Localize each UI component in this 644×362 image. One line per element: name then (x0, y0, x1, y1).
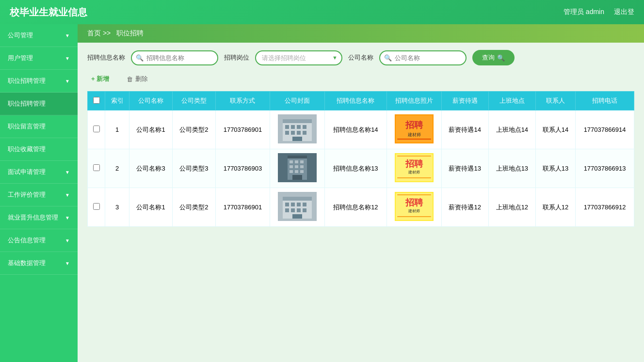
row-checkbox[interactable] (93, 126, 100, 132)
search-icon: 🔍 (136, 54, 144, 62)
sidebar-item-job-recruit-manage2[interactable]: 职位招聘管理 (0, 93, 78, 115)
delete-button[interactable]: 🗑 删除 (123, 73, 152, 85)
sidebar-item-job-recruit-manage[interactable]: 职位招聘管理 ▼ (0, 70, 78, 93)
row-contact: 17703786901 (215, 188, 270, 227)
svg-rect-42 (303, 203, 306, 206)
row-company-cover (270, 110, 325, 149)
row-recruit-name: 招聘信息名称12 (325, 188, 386, 227)
table-wrap: 索引 公司名称 公司类型 联系方式 公司封面 招聘信息名称 招聘信息照片 薪资待… (87, 91, 634, 227)
sidebar-item-company-manage[interactable]: 公司管理 ▼ (0, 24, 78, 47)
trash-icon: 🗑 (127, 76, 133, 83)
row-checkbox-cell (88, 149, 105, 188)
svg-rect-43 (285, 208, 289, 212)
col-company-cover: 公司封面 (270, 92, 325, 110)
svg-rect-10 (303, 131, 306, 135)
row-location: 上班地点12 (488, 188, 535, 227)
sidebar-item-job-留言-manage[interactable]: 职位留言管理 (0, 115, 78, 138)
table-row: 3 公司名称1 公司类型2 17703786901 招聘信息名称12 招聘 建材… (88, 188, 634, 227)
svg-rect-26 (290, 170, 293, 173)
svg-rect-4 (291, 125, 295, 129)
sidebar-item-job-收藏-manage[interactable]: 职位收藏管理 (0, 138, 78, 161)
sidebar-item-job-upgrade-manage[interactable]: 就业晋升信息管理 ▼ (0, 206, 78, 229)
col-contact-person: 联系人 (535, 92, 575, 110)
search-company-input[interactable] (379, 50, 467, 65)
row-recruit-photo: 招聘 建材师 (386, 110, 441, 149)
col-recruit-photo: 招聘信息照片 (386, 92, 441, 110)
main-content: 首页 >> 职位招聘 招聘信息名称 🔍 招聘岗位 请选择招聘岗位 ▼ (78, 24, 644, 362)
sidebar-item-notice-manage[interactable]: 公告信息管理 ▼ (0, 229, 78, 252)
col-index: 索引 (105, 92, 129, 110)
row-checkbox-cell (88, 110, 105, 149)
toolbar: + 新增 🗑 删除 (87, 73, 634, 85)
search-bar: 招聘信息名称 🔍 招聘岗位 请选择招聘岗位 ▼ 公司名称 🔍 (87, 50, 634, 65)
row-recruit-phone: 177037866913 (576, 149, 634, 188)
header: 校毕业生就业信息 管理员 admin 退出登 (0, 0, 644, 24)
sidebar-item-work-evaluate-manage[interactable]: 工作评价管理 ▼ (0, 184, 78, 206)
svg-rect-7 (285, 131, 289, 135)
svg-rect-23 (290, 165, 293, 168)
col-checkbox (88, 92, 105, 110)
search-name-input[interactable] (131, 50, 218, 65)
query-button[interactable]: 查询 🔍 (472, 50, 515, 65)
search-position-select[interactable]: 请选择招聘岗位 (255, 50, 342, 65)
row-company-name: 公司名称1 (129, 110, 173, 149)
svg-text:招聘: 招聘 (405, 198, 423, 207)
svg-rect-46 (303, 208, 306, 212)
svg-rect-47 (292, 214, 302, 219)
search-position-wrap: 请选择招聘岗位 ▼ (255, 50, 342, 65)
breadcrumb-home: 首页 (87, 29, 101, 37)
row-contact-person: 联系人12 (535, 188, 575, 227)
search-company-wrap: 🔍 (379, 50, 467, 65)
row-company-type: 公司类型2 (172, 188, 215, 227)
row-recruit-phone: 177037866914 (576, 110, 634, 149)
breadcrumb-current: 职位招聘 (116, 29, 144, 37)
svg-rect-52 (397, 216, 431, 217)
chevron-down-icon: ▼ (65, 56, 70, 61)
chevron-down-icon: ▼ (65, 79, 70, 84)
search-name-wrap: 🔍 (131, 50, 218, 65)
logout-link[interactable]: 退出登 (614, 8, 634, 16)
content-area: 招聘信息名称 🔍 招聘岗位 请选择招聘岗位 ▼ 公司名称 🔍 (78, 43, 644, 234)
sidebar-item-base-data-manage[interactable]: 基础数据管理 ▼ (0, 252, 78, 275)
admin-label: 管理员 admin (564, 8, 604, 16)
row-recruit-phone: 177037866912 (576, 188, 634, 227)
row-checkbox[interactable] (93, 164, 100, 171)
svg-rect-45 (297, 208, 301, 212)
sidebar-item-user-manage[interactable]: 用户管理 ▼ (0, 47, 78, 70)
sidebar-item-interview-manage[interactable]: 面试申请管理 ▼ (0, 161, 78, 184)
svg-text:建材师: 建材师 (408, 170, 420, 174)
row-recruit-photo: 招聘 建材师 (386, 188, 441, 227)
row-contact: 17703786901 (215, 110, 270, 149)
svg-rect-11 (292, 137, 302, 141)
svg-rect-20 (290, 160, 293, 163)
row-salary: 薪资待遇14 (441, 110, 488, 149)
row-contact-person: 联系人13 (535, 149, 575, 188)
header-title: 校毕业生就业信息 (10, 6, 87, 19)
row-index: 3 (105, 188, 129, 227)
row-checkbox[interactable] (93, 203, 100, 210)
row-index: 2 (105, 149, 129, 188)
row-recruit-photo: 招聘 建材师 (386, 149, 441, 188)
row-contact-person: 联系人14 (535, 110, 575, 149)
row-company-cover (270, 149, 325, 188)
svg-rect-27 (295, 170, 298, 173)
svg-rect-39 (285, 203, 289, 206)
svg-rect-6 (303, 125, 306, 129)
search-name-label: 招聘信息名称 (87, 53, 125, 62)
row-salary: 薪资待遇13 (441, 149, 488, 188)
search-position-label: 招聘岗位 (224, 53, 249, 62)
chevron-down-icon: ▼ (65, 192, 70, 198)
svg-rect-40 (291, 203, 295, 206)
select-all-checkbox[interactable] (93, 97, 100, 104)
col-company-name: 公司名称 (129, 92, 173, 110)
chevron-down-icon: ▼ (65, 261, 70, 266)
svg-rect-29 (292, 175, 302, 180)
chevron-down-icon: ▼ (65, 238, 70, 243)
header-right: 管理员 admin 退出登 (564, 8, 634, 16)
add-button[interactable]: + 新增 (87, 73, 113, 85)
svg-rect-35 (397, 156, 431, 157)
search-icon: 🔍 (497, 54, 505, 62)
svg-rect-3 (285, 125, 289, 129)
col-company-type: 公司类型 (172, 92, 215, 110)
svg-rect-24 (295, 165, 298, 168)
